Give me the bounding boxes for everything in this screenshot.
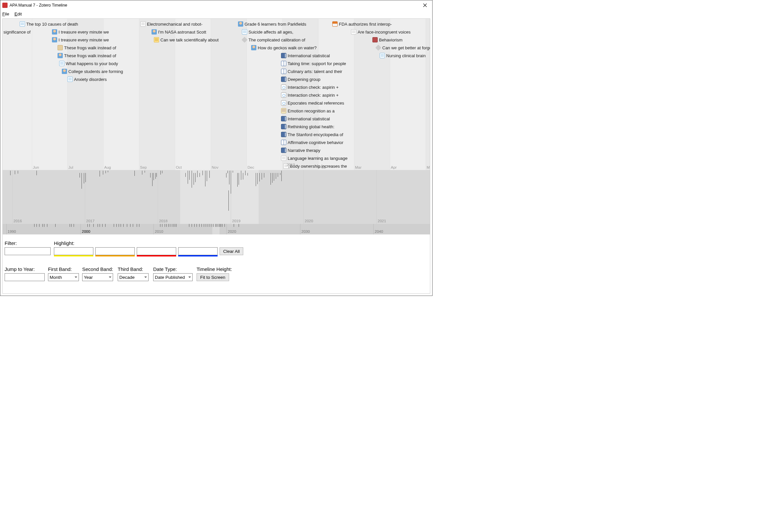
timeline-entry[interactable]: Can we talk scientifically about — [154, 37, 219, 43]
timeline-entry[interactable]: Interaction check: aspirin + — [281, 84, 339, 91]
decade-label-2000: 2000 — [82, 230, 91, 233]
highlight-input-1[interactable] — [54, 247, 93, 255]
timeline-entry[interactable]: Taking time: support for people — [281, 60, 346, 67]
entry-label: Taking time: support for people — [288, 61, 346, 66]
highlight-input-3[interactable] — [137, 247, 176, 255]
timeline-band-decade[interactable]: 199020002010202020302040 — [3, 224, 430, 234]
menu-file[interactable]: File — [2, 11, 9, 16]
timeline-entry[interactable]: College students are forming — [62, 68, 123, 75]
entry-label: International statistical — [288, 53, 330, 58]
timeline-entry[interactable]: Grade 6 learners from Parkfields — [238, 21, 306, 27]
timeline-entry[interactable]: Deepening group — [281, 76, 320, 82]
timeline-entry[interactable]: What happens to your body — [59, 60, 118, 67]
menubar: File Edit — [0, 10, 432, 17]
entry-label: Emotion recognition as a — [288, 109, 335, 113]
timeline-entry[interactable]: Behaviorism — [372, 37, 403, 43]
decade-label-2020: 2020 — [228, 230, 236, 233]
timeline-entry[interactable]: Suicide affects all ages, — [242, 28, 293, 35]
entry-label: Interaction check: aspirin + — [288, 93, 339, 98]
year-label-2021: 2021 — [378, 219, 386, 223]
timeline-entry[interactable]: Culinary arts: talent and their — [281, 68, 342, 75]
timeline-band-month[interactable]: JunJulAugSepOctNovDecJanFebMarAprMa The … — [3, 19, 430, 170]
entry-label: International statistical — [288, 116, 330, 121]
jump-label: Jump to Year: — [5, 266, 47, 272]
entry-label: Are face-incongruent voices — [358, 29, 411, 35]
entry-label: How do geckos walk on water? — [258, 45, 316, 50]
timeline-entry[interactable]: Epocrates medical references — [281, 100, 344, 106]
highlight-input-4[interactable] — [178, 247, 218, 255]
month-label-apr: Apr — [391, 165, 397, 169]
filter-input[interactable] — [5, 247, 51, 255]
third-band-label: Third Band: — [118, 266, 152, 272]
page-icon — [380, 53, 385, 58]
user-icon — [152, 29, 157, 35]
user-icon — [62, 69, 67, 74]
entry-label: Narrative therapy — [288, 148, 320, 153]
page-icon — [242, 29, 247, 35]
timeline-entry[interactable]: Interaction check: aspirin + — [281, 92, 339, 98]
timeline-entry[interactable]: Electromechanical and robot- — [140, 21, 202, 27]
timeline-entry[interactable]: Language learning as language — [281, 155, 347, 162]
year-label-2018: 2018 — [159, 219, 168, 223]
timeline-entry[interactable]: Are face-incongruent voices — [351, 28, 411, 35]
timeline-entry[interactable]: International statistical — [281, 115, 330, 122]
entry-label: Nursing clinical brain — [386, 53, 426, 58]
timeline-entry[interactable]: These frogs walk instead of — [58, 52, 116, 59]
timeline-entry[interactable]: Narrative therapy — [281, 147, 320, 154]
ruler-icon — [281, 108, 286, 113]
entry-label: What happens to your body — [66, 61, 118, 66]
year-label-2017: 2017 — [86, 219, 95, 223]
timeline-entry[interactable]: : and significance of — [3, 28, 31, 35]
timeline-entry[interactable]: Nursing clinical brain — [380, 52, 426, 59]
user-icon — [251, 45, 256, 50]
month-label-mar: Mar — [355, 165, 362, 169]
mic-icon — [58, 45, 63, 50]
timeline-entry[interactable]: The Stanford encyclopedia of — [281, 131, 343, 138]
month-label-oct: Oct — [176, 165, 182, 169]
decade-label-1990: 1990 — [8, 230, 16, 233]
timeline-entry[interactable]: The top 10 causes of death — [20, 21, 78, 27]
timeline-entry[interactable]: International statistical — [281, 52, 330, 59]
timeline-band-year[interactable]: 201620172018201920202021 — [3, 170, 430, 224]
timeline-entry[interactable]: Emotion recognition as a — [281, 108, 335, 114]
clear-all-button[interactable]: Clear All — [220, 247, 243, 255]
timeline-entry[interactable]: I'm NASA astronaut Scott — [152, 28, 206, 35]
timeline-entry[interactable]: Anxiety disorders — [67, 76, 107, 82]
user-icon — [238, 21, 243, 26]
timeline-entry[interactable]: FDA authorizes first interop- — [332, 21, 392, 27]
entry-label: : and significance of — [3, 29, 31, 35]
timeline-entry[interactable]: These frogs walk instead of — [58, 44, 116, 51]
window-titlebar: APA Manual 7 - Zotero Timeline — [0, 0, 432, 10]
month-label-nov: Nov — [212, 165, 218, 169]
entry-label: Epocrates medical references — [288, 101, 344, 106]
third-band-select[interactable]: Decade — [118, 273, 148, 281]
year-inline-label: 2019 — [287, 162, 295, 168]
open-icon — [281, 69, 286, 74]
jump-input[interactable] — [5, 273, 45, 281]
timeline-entry[interactable]: I treasure every minute we — [52, 28, 109, 35]
entry-label: I treasure every minute we — [59, 29, 109, 35]
fit-to-screen-button[interactable]: Fit to Screen — [196, 273, 229, 281]
book-icon — [281, 124, 286, 129]
timeline-entry[interactable]: Affirmative cognitive behavior — [281, 139, 344, 146]
menu-edit[interactable]: Edit — [14, 11, 22, 16]
bookr-icon — [372, 37, 378, 43]
entry-label: The top 10 causes of death — [26, 22, 78, 26]
entry-label: I treasure every minute we — [59, 38, 109, 43]
second-band-select[interactable]: Year — [82, 273, 113, 281]
date-type-select[interactable]: Date Published — [153, 273, 193, 281]
first-band-select[interactable]: Month — [48, 273, 79, 281]
timeline-entry[interactable]: I treasure every minute we — [52, 37, 109, 43]
highlight-label: Highlight: — [54, 240, 243, 246]
month-label-sep: Sep — [140, 165, 146, 169]
page-icon — [67, 77, 73, 82]
timeline-entry[interactable]: Rethinking global health: — [281, 123, 334, 130]
highlight-input-2[interactable] — [95, 247, 135, 255]
timeline-entry[interactable]: The complicated calibration of — [242, 37, 305, 43]
window-title: APA Manual 7 - Zotero Timeline — [9, 3, 67, 8]
timeline-entry[interactable]: How do geckos walk on water? — [251, 44, 316, 51]
close-button[interactable] — [417, 0, 432, 10]
open-icon — [281, 140, 286, 145]
tag-icon — [375, 45, 381, 51]
timeline-entry[interactable]: Can we get better at forgett — [376, 44, 430, 51]
